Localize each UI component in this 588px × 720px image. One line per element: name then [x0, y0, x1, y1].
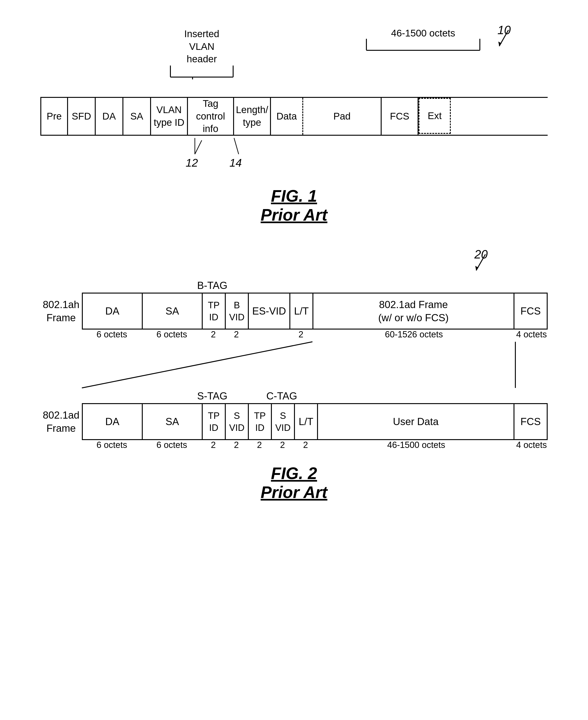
row1-oct-lt: 2 — [289, 329, 312, 339]
cell-sfd: SFD — [68, 98, 96, 135]
octets-label: 46-1500 octets — [365, 28, 481, 39]
row1-cell-tpid1: TPID — [203, 294, 226, 328]
row1-cell-da: DA — [83, 294, 143, 328]
svg-line-10 — [195, 140, 202, 154]
row2-oct-sa: 6 octets — [142, 440, 202, 450]
fig1-section: 10 InsertedVLANheader 46-1500 octets — [18, 23, 570, 224]
inserted-vlan-text: InsertedVLANheader — [169, 28, 234, 65]
row1-label: 802.1ahFrame — [40, 298, 82, 324]
cell-pad: Pad — [303, 98, 382, 135]
row2-octet-labels: 6 octets 6 octets 2 2 2 2 2 46-1500 octe… — [40, 440, 548, 450]
row2-cell-userdata: User Data — [318, 404, 514, 439]
svg-line-11 — [234, 138, 239, 154]
connector-area — [40, 339, 548, 390]
fig1-title: FIG. 1 Prior Art — [260, 186, 327, 224]
inserted-vlan-bracket: InsertedVLANheader — [169, 28, 234, 80]
btag-label: B-TAG — [197, 280, 227, 291]
fig1-frame-row: Pre SFD DA SA VLANtype ID Tag controlinf… — [40, 97, 548, 136]
row1-octet-labels: 6 octets 6 octets 2 2 2 60-1526 octets 4… — [40, 329, 548, 339]
cell-ext: Ext — [419, 98, 451, 134]
row1-cell-fcs: FCS — [514, 294, 547, 328]
row2-oct-svid1: 2 — [225, 440, 248, 450]
row2-frame: DA SA TPID SVID TPID SVID L/T User Data … — [82, 403, 548, 440]
row2-cell-tpid3: TPID — [249, 404, 272, 439]
row1: 802.1ahFrame DA SA TPID BVID ES-VID L/T … — [40, 293, 548, 329]
inserted-vlan-bracket-svg — [169, 65, 234, 79]
page: 10 InsertedVLANheader 46-1500 octets — [18, 14, 570, 502]
stag-ctag-label-row: S-TAG C-TAG — [40, 390, 548, 402]
row2-cell-sa: SA — [143, 404, 203, 439]
connector-svg — [40, 339, 548, 390]
row1-oct-sa: 6 octets — [142, 329, 202, 339]
row1-frame: DA SA TPID BVID ES-VID L/T 802.1ad Frame… — [82, 293, 548, 329]
row2-container: S-TAG C-TAG 802.1adFrame DA SA TPID SVID… — [40, 390, 548, 450]
row2-cell-da: DA — [83, 404, 143, 439]
row2-oct-fcs: 4 octets — [516, 440, 548, 450]
fig2-title-line1: FIG. 2 — [260, 464, 327, 483]
row1-cell-sa: SA — [143, 294, 203, 328]
cell-length-type: Length/type — [234, 98, 271, 135]
stag-label: S-TAG — [197, 390, 243, 402]
arrow-10-svg — [497, 28, 516, 51]
cell-fcs: FCS — [382, 98, 419, 135]
ref14-arrow-svg — [229, 136, 248, 159]
row1-oct-da: 6 octets — [82, 329, 142, 339]
fig1-bottom-annotations: 12 14 — [40, 136, 548, 177]
row1-cell-esvid: ES-VID — [249, 294, 290, 328]
row2-oct-lt: 2 — [294, 440, 317, 450]
row2-label: 802.1adFrame — [40, 408, 82, 435]
row1-cell-frame-content: 802.1ad Frame(w/ or w/o FCS) — [313, 294, 514, 328]
fig2-title-line2: Prior Art — [260, 483, 327, 502]
cell-data: Data — [271, 98, 303, 135]
cell-vlan-type-id: VLANtype ID — [151, 98, 188, 135]
ctag-label: C-TAG — [266, 390, 297, 402]
row2-oct-tpid2: 2 — [202, 440, 225, 450]
arrow-20-svg — [474, 252, 492, 275]
cell-sa: SA — [123, 98, 151, 135]
octets-bracket: 46-1500 octets — [365, 28, 481, 54]
row1-oct-fcs: 4 octets — [516, 329, 548, 339]
row2-oct-tpid3: 2 — [248, 440, 271, 450]
row2: 802.1adFrame DA SA TPID SVID TPID SVID L… — [40, 403, 548, 440]
row1-container: B-TAG 802.1ahFrame DA SA TPID BVID ES-VI… — [40, 280, 548, 339]
ref12-label: 12 — [186, 157, 198, 169]
row1-oct-tpid1: 2 — [202, 329, 225, 339]
octets-bracket-svg — [365, 39, 481, 53]
svg-line-14 — [82, 342, 312, 388]
btag-label-row: B-TAG — [40, 280, 548, 291]
row2-cell-fcs: FCS — [514, 404, 547, 439]
row1-oct-bvid: 2 — [225, 329, 248, 339]
cell-tag-control-info: Tag controlinfo — [188, 98, 234, 135]
fig1-annotations: 10 InsertedVLANheader 46-1500 octets — [40, 23, 548, 97]
fig1-title-line2: Prior Art — [260, 205, 327, 224]
cell-pre: Pre — [40, 98, 68, 135]
row2-cell-svid2: SVID — [272, 404, 295, 439]
row1-cell-lt: L/T — [290, 294, 313, 328]
fig2-section: 20 B-TAG 802.1ahFrame DA SA TPID BVID ES — [18, 247, 570, 502]
ref14-label: 14 — [229, 157, 241, 169]
fig2-ref-area: 20 — [40, 247, 548, 280]
row1-oct-frame: 60-1526 octets — [312, 329, 516, 339]
row2-oct-svid2: 2 — [271, 440, 294, 450]
row2-oct-da: 6 octets — [82, 440, 142, 450]
row2-cell-svid1: SVID — [226, 404, 249, 439]
row1-cell-bvid: BVID — [226, 294, 249, 328]
cell-da: DA — [96, 98, 123, 135]
fig2-title: FIG. 2 Prior Art — [260, 464, 327, 502]
ref12-arrow-svg — [190, 136, 209, 159]
row2-oct-userdata: 46-1500 octets — [317, 440, 516, 450]
row2-cell-tpid2: TPID — [203, 404, 226, 439]
row2-cell-lt: L/T — [295, 404, 318, 439]
fig1-title-line1: FIG. 1 — [260, 186, 327, 205]
